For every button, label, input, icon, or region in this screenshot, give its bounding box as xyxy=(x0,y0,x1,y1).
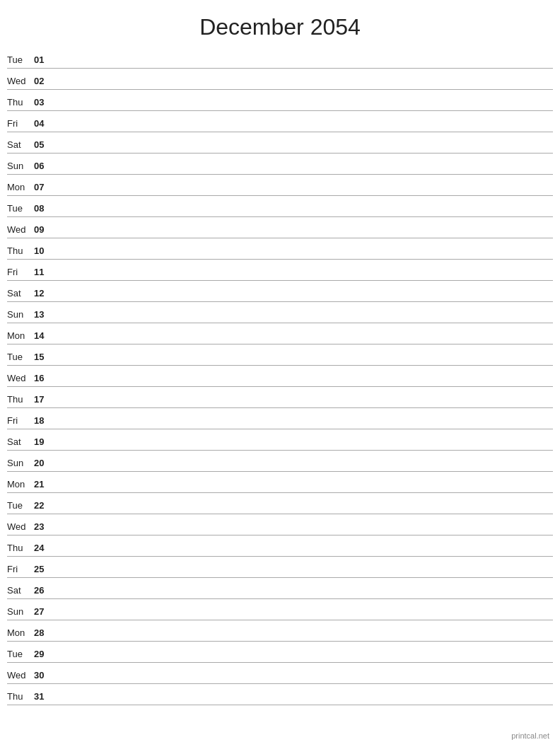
day-name: Sun xyxy=(7,309,34,321)
day-row: Fri04 xyxy=(7,111,553,132)
day-number: 14 xyxy=(34,330,54,342)
day-name: Tue xyxy=(7,54,34,66)
day-number: 02 xyxy=(34,76,54,88)
day-name: Tue xyxy=(7,352,34,364)
day-line xyxy=(54,151,553,151)
day-name: Sat xyxy=(7,139,34,151)
day-line xyxy=(54,490,553,491)
day-name: Sun xyxy=(7,161,34,173)
day-name: Mon xyxy=(7,479,34,491)
day-row: Mon07 xyxy=(7,175,553,196)
day-row: Thu10 xyxy=(7,238,553,260)
day-row: Tue29 xyxy=(7,642,553,663)
day-number: 18 xyxy=(34,415,54,427)
day-name: Mon xyxy=(7,627,34,639)
day-number: 08 xyxy=(34,203,54,215)
day-row: Fri25 xyxy=(7,557,553,578)
day-name: Wed xyxy=(7,224,34,236)
day-line xyxy=(54,618,553,618)
day-number: 16 xyxy=(34,373,54,385)
day-row: Thu17 xyxy=(7,387,553,408)
day-line xyxy=(54,384,553,385)
day-number: 22 xyxy=(34,500,54,512)
day-number: 21 xyxy=(34,479,54,491)
day-row: Sun20 xyxy=(7,451,553,472)
day-row: Tue01 xyxy=(7,47,553,69)
day-name: Thu xyxy=(7,245,34,257)
page-title: December 2054 xyxy=(0,0,560,47)
day-number: 20 xyxy=(34,458,54,470)
day-line xyxy=(54,596,553,597)
day-row: Wed02 xyxy=(7,69,553,90)
day-row: Wed30 xyxy=(7,663,553,684)
day-row: Sun27 xyxy=(7,599,553,620)
day-number: 10 xyxy=(34,245,54,257)
day-line xyxy=(54,533,553,533)
day-name: Fri xyxy=(7,118,34,130)
day-line xyxy=(54,511,553,512)
day-name: Thu xyxy=(7,691,34,703)
day-row: Mon14 xyxy=(7,323,553,344)
day-number: 05 xyxy=(34,139,54,151)
day-name: Thu xyxy=(7,543,34,555)
day-number: 24 xyxy=(34,543,54,555)
day-row: Fri18 xyxy=(7,408,553,429)
day-row: Sun06 xyxy=(7,154,553,175)
day-line xyxy=(54,214,553,215)
day-number: 31 xyxy=(34,691,54,703)
day-number: 01 xyxy=(34,54,54,66)
calendar-list: Tue01Wed02Thu03Fri04Sat05Sun06Mon07Tue08… xyxy=(0,47,560,705)
day-name: Thu xyxy=(7,97,34,109)
day-number: 09 xyxy=(34,224,54,236)
day-number: 13 xyxy=(34,309,54,321)
day-line xyxy=(54,108,553,109)
day-line xyxy=(54,448,553,448)
day-name: Tue xyxy=(7,500,34,512)
day-name: Sun xyxy=(7,458,34,470)
day-number: 27 xyxy=(34,606,54,618)
day-row: Wed16 xyxy=(7,366,553,387)
day-name: Fri xyxy=(7,564,34,576)
day-name: Fri xyxy=(7,415,34,427)
day-line xyxy=(54,87,553,88)
day-row: Sat19 xyxy=(7,429,553,451)
day-row: Thu24 xyxy=(7,535,553,557)
day-name: Tue xyxy=(7,649,34,661)
day-line xyxy=(54,639,553,639)
day-number: 06 xyxy=(34,161,54,173)
day-name: Sat xyxy=(7,585,34,597)
day-line xyxy=(54,660,553,661)
day-name: Wed xyxy=(7,521,34,533)
day-number: 28 xyxy=(34,627,54,639)
day-name: Wed xyxy=(7,670,34,682)
day-line xyxy=(54,702,553,703)
day-row: Tue15 xyxy=(7,344,553,366)
day-row: Sat05 xyxy=(7,132,553,154)
day-name: Mon xyxy=(7,330,34,342)
day-line xyxy=(54,681,553,682)
day-line xyxy=(54,554,553,555)
day-number: 30 xyxy=(34,670,54,682)
day-line xyxy=(54,66,553,66)
day-number: 11 xyxy=(34,267,54,279)
day-number: 26 xyxy=(34,585,54,597)
day-number: 07 xyxy=(34,182,54,194)
day-number: 03 xyxy=(34,97,54,109)
day-name: Wed xyxy=(7,76,34,88)
day-name: Sat xyxy=(7,436,34,448)
day-line xyxy=(54,129,553,130)
day-number: 04 xyxy=(34,118,54,130)
day-number: 23 xyxy=(34,521,54,533)
day-line xyxy=(54,363,553,364)
day-row: Thu03 xyxy=(7,90,553,111)
day-name: Sat xyxy=(7,288,34,300)
day-number: 29 xyxy=(34,649,54,661)
day-row: Tue08 xyxy=(7,196,553,217)
day-name: Tue xyxy=(7,203,34,215)
day-line xyxy=(54,320,553,321)
day-row: Mon28 xyxy=(7,620,553,642)
day-number: 19 xyxy=(34,436,54,448)
day-row: Wed23 xyxy=(7,514,553,535)
day-name: Thu xyxy=(7,394,34,406)
day-name: Fri xyxy=(7,267,34,279)
